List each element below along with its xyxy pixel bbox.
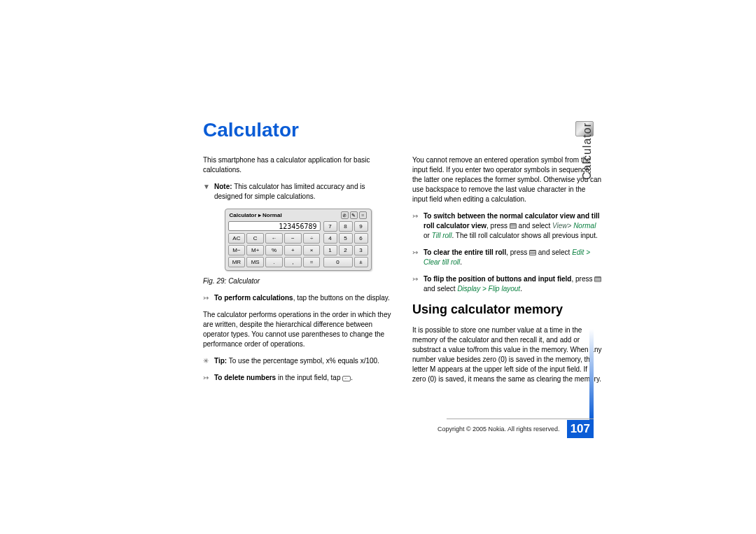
switch-select: and select: [517, 222, 552, 230]
calc-button[interactable]: MS: [246, 257, 264, 267]
calc-button[interactable]: .: [265, 257, 283, 267]
footer-rule: [447, 419, 594, 419]
perform-bold: To perform calculations: [214, 294, 293, 302]
calc-title-caret: ▸: [258, 212, 261, 218]
calc-button[interactable]: =: [303, 257, 321, 267]
calc-button[interactable]: 6: [354, 233, 368, 244]
flip-mid: , press: [571, 275, 592, 283]
titlebar-icon-1[interactable]: ⎚: [341, 211, 349, 219]
calc-button[interactable]: ÷: [303, 233, 321, 244]
calc-button[interactable]: 7: [323, 221, 337, 232]
page-edge-gradient: [589, 329, 594, 420]
copyright-text: Copyright © 2005 Nokia. All rights reser…: [438, 426, 560, 433]
switch-view: View>: [552, 222, 571, 230]
calc-button[interactable]: 4: [323, 233, 337, 244]
calc-button[interactable]: M+: [246, 245, 264, 255]
calc-button[interactable]: MR: [228, 257, 246, 267]
calc-button[interactable]: 2: [339, 245, 353, 255]
calc-button[interactable]: 9: [354, 221, 368, 232]
clear-select: and select: [536, 248, 570, 256]
right-column: You cannot remove an entered operation s…: [412, 155, 602, 391]
delete-rest: in the input field, tap: [276, 374, 342, 381]
perform-rest: , tap the buttons on the display.: [293, 294, 390, 302]
switch-tail: . The till roll calculator shows all pre…: [451, 232, 597, 239]
chapter-title: Calculator: [203, 119, 602, 141]
tip-text: To use the percentage symbol, x% equals …: [227, 357, 379, 365]
delete-bold: To delete numbers: [214, 374, 276, 381]
menu-icon: [594, 276, 601, 282]
side-tab-label: Calculator: [581, 122, 594, 180]
note-label: Note:: [214, 183, 232, 190]
tip-icon: ✳: [203, 356, 211, 363]
right-intro: You cannot remove an entered operation s…: [412, 155, 602, 204]
order-para: The calculator performs operations in th…: [203, 310, 393, 349]
arrow-icon: ↣: [412, 274, 421, 281]
note-icon: ▼: [203, 182, 211, 189]
calc-button[interactable]: ,: [284, 257, 302, 267]
clear-mid: , press: [506, 248, 529, 256]
calculator-figure: Calculator ▸ Normal ⎚ ✎ ≡ 123456789 ACC←…: [225, 209, 372, 271]
note-text: This calculator has limited accuracy and…: [214, 183, 365, 200]
arrow-icon: ↣: [412, 248, 421, 255]
titlebar-icon-2[interactable]: ✎: [350, 211, 358, 219]
tip-block: ✳ Tip: To use the percentage symbol, x% …: [203, 356, 393, 366]
flip-period: .: [520, 285, 522, 293]
calc-button[interactable]: ←: [265, 233, 283, 244]
arrow-icon: ↣: [203, 293, 211, 300]
arrow-icon: ↣: [412, 211, 421, 218]
note-block: ▼ Note: This calculator has limited accu…: [203, 182, 393, 202]
calc-button[interactable]: M−: [228, 245, 246, 255]
perform-block: ↣ To perform calculations, tap the butto…: [203, 293, 393, 303]
backspace-icon: [342, 376, 351, 381]
calc-button[interactable]: +: [284, 245, 302, 255]
calc-button[interactable]: %: [265, 245, 283, 255]
calc-button[interactable]: 8: [339, 221, 353, 232]
calc-button[interactable]: 0: [323, 257, 353, 267]
switch-normal: Normal: [573, 222, 596, 230]
clear-roll-block: ↣ To clear the entire till roll, press a…: [412, 248, 602, 267]
menu-icon: [510, 223, 517, 229]
figure-caption: Fig. 29: Calculator: [203, 276, 393, 286]
calc-button[interactable]: −: [284, 233, 302, 244]
clear-bold: To clear the entire till roll: [424, 248, 506, 256]
calc-title-app: Calculator: [230, 212, 257, 218]
calc-button[interactable]: 5: [339, 233, 353, 244]
titlebar-icon-3[interactable]: ≡: [359, 211, 367, 219]
flip-bold: To flip the position of buttons and inpu…: [424, 275, 571, 283]
calc-display: 123456789: [228, 221, 321, 231]
clear-period: .: [460, 258, 462, 266]
calc-button[interactable]: AC: [228, 233, 246, 244]
switch-view-block: ↣ To switch between the normal calculato…: [412, 211, 602, 241]
flip-layout-block: ↣ To flip the position of buttons and in…: [412, 274, 602, 294]
tip-label: Tip:: [214, 357, 227, 365]
flip-select: and select: [424, 285, 457, 293]
intro-para: This smartphone has a calculator applica…: [203, 155, 393, 175]
flip-menu: Display > Flip layout: [457, 285, 520, 293]
calc-title-mode: Normal: [262, 212, 282, 218]
page-number: 107: [567, 420, 594, 438]
memory-subhead: Using calculator memory: [412, 301, 602, 318]
calc-button[interactable]: 1: [323, 245, 337, 255]
calc-button[interactable]: 3: [354, 245, 368, 255]
switch-tillroll: Till roll: [432, 232, 452, 239]
delete-block: ↣ To delete numbers in the input field, …: [203, 373, 393, 383]
calc-button[interactable]: ±: [354, 257, 368, 267]
menu-icon: [529, 250, 536, 255]
switch-mid: , press: [486, 222, 510, 230]
left-column: This smartphone has a calculator applica…: [203, 155, 393, 391]
memory-para: It is possible to store one number value…: [412, 325, 602, 384]
arrow-icon: ↣: [203, 373, 211, 380]
calc-button[interactable]: C: [246, 233, 264, 244]
switch-or: or: [424, 232, 432, 239]
calc-button[interactable]: ×: [303, 245, 321, 255]
